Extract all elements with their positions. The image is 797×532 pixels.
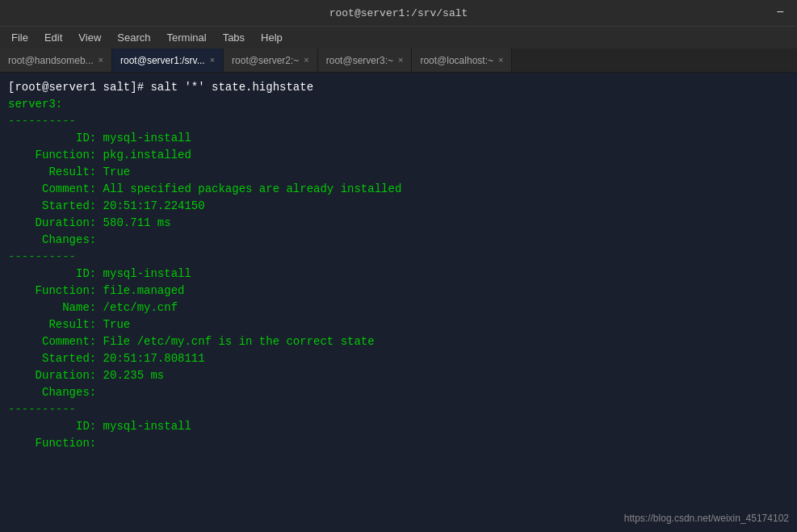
- tab-4[interactable]: root@localhost:~×: [412, 48, 512, 72]
- terminal-area[interactable]: [root@server1 salt]# salt '*' state.high…: [0, 73, 797, 532]
- menu-item-view[interactable]: View: [70, 30, 109, 45]
- tab-label-0: root@handsomeb...: [8, 55, 94, 66]
- terminal-line: ID: mysql-install: [8, 418, 789, 435]
- terminal-line: Started: 20:51:17.808111: [8, 350, 789, 367]
- terminal-line: Name: /etc/my.cnf: [8, 300, 789, 316]
- terminal-line: Duration: 580.711 ms: [8, 215, 789, 232]
- tab-close-3[interactable]: ×: [398, 56, 403, 65]
- menu-item-search[interactable]: Search: [109, 30, 158, 45]
- tab-close-0[interactable]: ×: [99, 56, 103, 65]
- terminal-line: Changes:: [8, 232, 789, 249]
- menu-bar: FileEditViewSearchTerminalTabsHelp: [0, 26, 797, 48]
- tab-label-3: root@server3:~: [326, 55, 393, 66]
- minimize-button[interactable]: −: [776, 6, 784, 19]
- menu-item-help[interactable]: Help: [253, 30, 291, 45]
- tab-2[interactable]: root@server2:~×: [224, 48, 318, 72]
- terminal-line: Result: True: [8, 316, 789, 333]
- tab-close-1[interactable]: ×: [210, 56, 215, 65]
- menu-item-edit[interactable]: Edit: [36, 30, 70, 45]
- terminal-line: Result: True: [8, 164, 789, 181]
- menu-item-file[interactable]: File: [3, 30, 36, 45]
- menu-item-terminal[interactable]: Terminal: [159, 30, 215, 45]
- terminal-prompt: [root@server1 salt]# salt '*' state.high…: [8, 81, 313, 94]
- terminal-line: Changes:: [8, 384, 789, 401]
- terminal-line: Started: 20:51:17.224150: [8, 198, 789, 215]
- terminal-line: Comment: All specified packages are alre…: [8, 181, 789, 198]
- terminal-line: ----------: [8, 113, 789, 130]
- tab-0[interactable]: root@handsomeb...×: [0, 48, 112, 72]
- tab-close-2[interactable]: ×: [304, 56, 308, 65]
- terminal-line: Comment: File /etc/my.cnf is in the corr…: [8, 333, 789, 350]
- tab-1[interactable]: root@server1:/srv...×: [112, 48, 224, 72]
- terminal-line: Function: file.managed: [8, 283, 789, 300]
- title-bar: root@server1:/srv/salt −: [0, 0, 797, 26]
- terminal-line: ----------: [8, 401, 789, 418]
- terminal-line: Duration: 20.235 ms: [8, 367, 789, 384]
- tab-bar: root@handsomeb...×root@server1:/srv...×r…: [0, 48, 797, 73]
- terminal-line: ----------: [8, 249, 789, 266]
- tab-close-4[interactable]: ×: [498, 56, 503, 65]
- terminal-line: server3:: [8, 96, 789, 113]
- terminal-line: ID: mysql-install: [8, 266, 789, 283]
- terminal-line: Function:: [8, 435, 789, 452]
- tab-3[interactable]: root@server3:~×: [318, 48, 413, 72]
- terminal-line: Function: pkg.installed: [8, 147, 789, 164]
- terminal-line: ID: mysql-install: [8, 130, 789, 147]
- tab-label-4: root@localhost:~: [420, 55, 493, 66]
- terminal-output: server3:---------- ID: mysql-install Fun…: [8, 96, 789, 452]
- tab-label-2: root@server2:~: [232, 55, 299, 66]
- watermark: https://blog.csdn.net/weixin_45174102: [624, 513, 789, 524]
- tab-label-1: root@server1:/srv...: [120, 55, 205, 66]
- window-title: root@server1:/srv/salt: [329, 7, 468, 19]
- menu-item-tabs[interactable]: Tabs: [215, 30, 253, 45]
